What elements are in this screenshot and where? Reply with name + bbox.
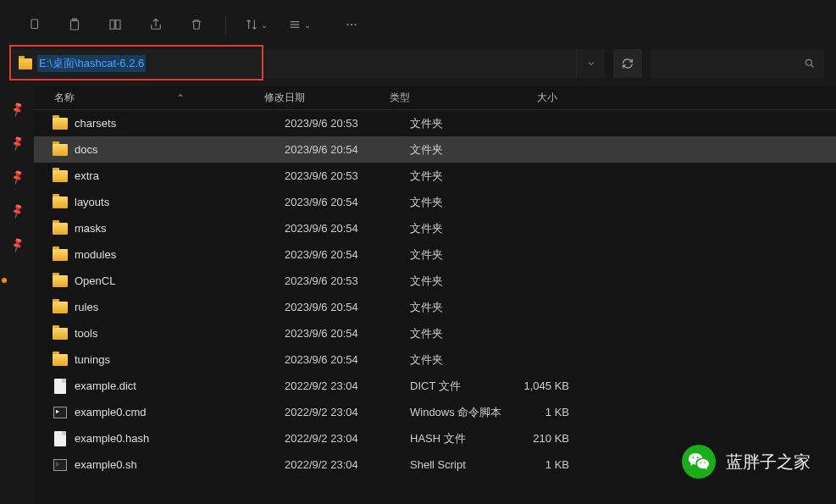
folder-icon: [46, 354, 75, 366]
file-size: 1,045 KB: [510, 379, 569, 392]
search-icon: [804, 58, 816, 69]
file-row[interactable]: masks2023/9/6 20:54文件夹: [34, 215, 836, 241]
file-type: 文件夹: [410, 352, 510, 368]
file-name: rules: [75, 301, 285, 313]
file-date: 2022/9/2 23:04: [285, 379, 410, 392]
header-size[interactable]: 大小: [490, 91, 557, 105]
file-date: 2023/9/6 20:54: [285, 222, 410, 235]
history-dropdown[interactable]: [576, 49, 605, 78]
file-name: charsets: [75, 117, 285, 130]
file-row[interactable]: tools2023/9/6 20:54文件夹: [34, 320, 836, 346]
file-type: 文件夹: [410, 300, 510, 315]
pin-icon[interactable]: 📌: [8, 236, 25, 253]
file-date: 2023/9/6 20:54: [285, 353, 410, 366]
svg-point-8: [346, 24, 348, 25]
panel-icon[interactable]: [98, 8, 132, 42]
separator: [225, 14, 226, 35]
pin-icon[interactable]: 📌: [8, 202, 25, 219]
address-bar[interactable]: E:\桌面\hashcat-6.2.6: [12, 49, 605, 78]
delete-icon[interactable]: [180, 8, 213, 42]
svg-rect-3: [110, 20, 114, 30]
file-icon: [46, 379, 75, 394]
search-box[interactable]: [651, 49, 824, 78]
file-date: 2023/9/6 20:53: [285, 117, 410, 130]
file-row[interactable]: rules2023/9/6 20:54文件夹: [34, 294, 836, 320]
folder-icon: [46, 249, 75, 261]
svg-point-10: [354, 24, 356, 25]
file-type: 文件夹: [410, 326, 510, 341]
more-icon[interactable]: [335, 8, 368, 42]
file-row[interactable]: tunings2023/9/6 20:54文件夹: [34, 346, 836, 373]
header-date[interactable]: 修改日期: [264, 91, 390, 105]
file-name: extra: [75, 169, 285, 182]
sidebar: 📌 📌 📌 📌 📌: [0, 86, 34, 504]
address-row: E:\桌面\hashcat-6.2.6: [0, 49, 836, 86]
sort-button[interactable]: ⌄: [238, 13, 274, 36]
file-type: 文件夹: [410, 116, 510, 131]
folder-icon: [46, 223, 75, 235]
file-date: 2023/9/6 20:53: [285, 169, 410, 182]
file-date: 2022/9/2 23:04: [285, 432, 410, 445]
svg-rect-4: [116, 20, 120, 30]
path-text[interactable]: E:\桌面\hashcat-6.2.6: [37, 55, 146, 72]
file-date: 2023/9/6 20:54: [285, 327, 410, 340]
header-type[interactable]: 类型: [390, 91, 490, 105]
file-size: 210 KB: [510, 432, 569, 445]
folder-icon: [46, 275, 75, 287]
copy-icon[interactable]: [17, 8, 51, 42]
toolbar: ⌄ ⌄: [0, 0, 836, 49]
file-date: 2023/9/6 20:54: [285, 143, 410, 156]
file-name: layouts: [75, 196, 285, 208]
file-name: example0.cmd: [75, 406, 285, 418]
file-type: 文件夹: [410, 221, 510, 236]
file-row[interactable]: layouts2023/9/6 20:54文件夹: [34, 189, 836, 215]
file-date: 2022/9/2 23:04: [285, 406, 410, 418]
pin-icon[interactable]: 📌: [8, 101, 25, 118]
file-icon: [46, 431, 75, 446]
file-date: 2023/9/6 20:53: [285, 274, 410, 287]
file-row[interactable]: modules2023/9/6 20:54文件夹: [34, 241, 836, 268]
file-name: OpenCL: [75, 274, 285, 287]
file-size: 1 KB: [510, 458, 569, 471]
path-chip[interactable]: E:\桌面\hashcat-6.2.6: [12, 49, 152, 78]
file-type: HASH 文件: [410, 431, 510, 446]
folder-icon: [46, 144, 75, 156]
view-button[interactable]: ⌄: [281, 13, 318, 36]
file-row[interactable]: example.dict2022/9/2 23:04DICT 文件1,045 K…: [34, 373, 836, 399]
file-name: modules: [75, 248, 285, 261]
file-row[interactable]: extra2023/9/6 20:53文件夹: [34, 163, 836, 189]
file-name: example.dict: [75, 379, 285, 392]
refresh-button[interactable]: [613, 49, 642, 78]
file-type: 文件夹: [410, 274, 510, 289]
file-list: 名称⌃ 修改日期 类型 大小 charsets2023/9/6 20:53文件夹…: [34, 86, 836, 504]
folder-icon: [46, 197, 75, 208]
svg-point-9: [351, 24, 352, 25]
share-icon[interactable]: [139, 8, 173, 42]
header-name[interactable]: 名称⌃: [54, 91, 264, 105]
file-row[interactable]: charsets2023/9/6 20:53文件夹: [34, 110, 836, 136]
file-row[interactable]: example0.cmd2022/9/2 23:04Windows 命令脚本1 …: [34, 399, 836, 425]
sort-arrow-icon: ⌃: [176, 92, 185, 104]
file-name: example0.sh: [75, 458, 285, 471]
folder-icon: [46, 328, 75, 340]
file-row[interactable]: OpenCL2023/9/6 20:53文件夹: [34, 268, 836, 294]
watermark: 蓝胖子之家: [682, 445, 811, 479]
paste-icon[interactable]: [58, 8, 91, 42]
wechat-icon: [682, 445, 716, 479]
file-row[interactable]: docs2023/9/6 20:54文件夹: [34, 136, 836, 163]
file-name: masks: [75, 222, 285, 235]
file-name: tunings: [75, 353, 285, 366]
file-type: 文件夹: [410, 169, 510, 184]
column-headers[interactable]: 名称⌃ 修改日期 类型 大小: [34, 86, 836, 110]
file-size: 1 KB: [510, 406, 569, 418]
svg-line-12: [811, 65, 814, 68]
svg-point-11: [806, 59, 811, 65]
file-name: example0.hash: [75, 432, 285, 445]
file-type: 文件夹: [410, 247, 510, 263]
pin-icon[interactable]: 📌: [8, 135, 25, 152]
file-type: Shell Script: [410, 458, 510, 471]
pin-icon[interactable]: 📌: [8, 169, 25, 186]
file-name: docs: [75, 143, 285, 156]
file-type: Windows 命令脚本: [410, 405, 510, 420]
svg-rect-0: [31, 19, 38, 29]
